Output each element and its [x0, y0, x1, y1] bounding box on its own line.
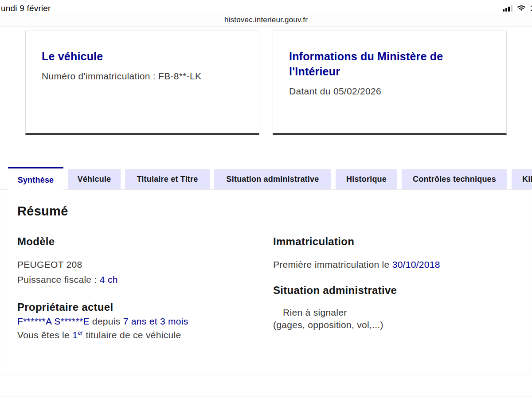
ownership-duration: 7 ans et 3 mois [123, 316, 188, 326]
wifi-icon [516, 5, 526, 12]
immatriculation-heading: Immatriculation [273, 235, 531, 248]
situation-heading: Situation administrative [273, 284, 531, 297]
status-bar: undi 9 février 3: [0, 0, 532, 14]
puissance-value: 4 ch [100, 274, 118, 285]
status-battery-text: 3: [530, 4, 532, 13]
proprietaire-heading: Propriétaire actuel [17, 301, 273, 313]
tab-kilometrage[interactable]: Kilométrage [512, 169, 532, 189]
titulaire-suffix: titulaire de ce véhicule [83, 330, 181, 340]
vehicle-card-plate: Numéro d'immatriculation : FB-8**-LK [42, 71, 243, 82]
vehicle-card-title: Le véhicule [42, 49, 207, 64]
vehicle-card: Le véhicule Numéro d'immatriculation : F… [25, 31, 259, 135]
left-column: Modèle PEUGEOT 208 Puissance fiscale : 4… [17, 235, 273, 340]
url-text: histovec.interieur.gouv.fr [224, 16, 308, 24]
premiere-immatriculation-line: Première immatriculation le 30/10/2018 [273, 259, 531, 270]
tab-situation-administrative[interactable]: Situation administrative [214, 169, 331, 189]
status-icons: 3: [503, 4, 532, 13]
ministry-card-date: Datant du 05/02/2026 [289, 86, 490, 97]
titulaire-prefix: Vous êtes le [17, 330, 72, 340]
tab-titulaire-et-titre[interactable]: Titulaire et Titre [125, 169, 210, 189]
depuis-label: depuis [90, 316, 123, 326]
titulaire-ordinal: er [78, 329, 83, 336]
owner-line: F******A S******E depuis 7 ans et 3 mois [17, 316, 273, 327]
tab-controles-techniques[interactable]: Contrôles techniques [402, 169, 507, 189]
synthese-panel: Résumé Modèle PEUGEOT 208 Puissance fisc… [1, 189, 531, 375]
titulaire-rank: 1 [72, 330, 78, 340]
titulaire-line: Vous êtes le 1er titulaire de ce véhicul… [17, 329, 273, 340]
bottom-divider [0, 396, 532, 396]
status-date: undi 9 février [1, 4, 51, 13]
ministry-card-title: Informations du Ministère de l'Intérieur [289, 49, 454, 79]
cellular-signal-icon [503, 5, 512, 12]
panel-title: Résumé [17, 204, 531, 219]
tab-vehicule[interactable]: Véhicule [68, 169, 121, 189]
tab-synthese[interactable]: Synthèse [8, 167, 63, 192]
immatriculation-date: 30/10/2018 [392, 259, 440, 270]
ministry-card: Informations du Ministère de l'Intérieur… [273, 31, 507, 135]
immatriculation-label: Première immatriculation le [273, 259, 392, 270]
situation-note: (gages, opposition, vol,...) [273, 320, 531, 330]
tab-bar: Synthèse Véhicule Titulaire et Titre Sit… [8, 167, 532, 192]
right-column: Immatriculation Première immatriculation… [273, 235, 531, 340]
model-name: PEUGEOT 208 [17, 259, 273, 270]
puissance-fiscale: Puissance fiscale : 4 ch [17, 274, 273, 285]
modele-heading: Modèle [17, 235, 273, 248]
browser-url-bar[interactable]: histovec.interieur.gouv.fr [0, 13, 532, 27]
puissance-label: Puissance fiscale : [17, 274, 100, 285]
owner-masked: F******A S******E [17, 316, 90, 326]
situation-status: Rien à signaler [273, 307, 531, 318]
tab-historique[interactable]: Historique [336, 169, 397, 189]
